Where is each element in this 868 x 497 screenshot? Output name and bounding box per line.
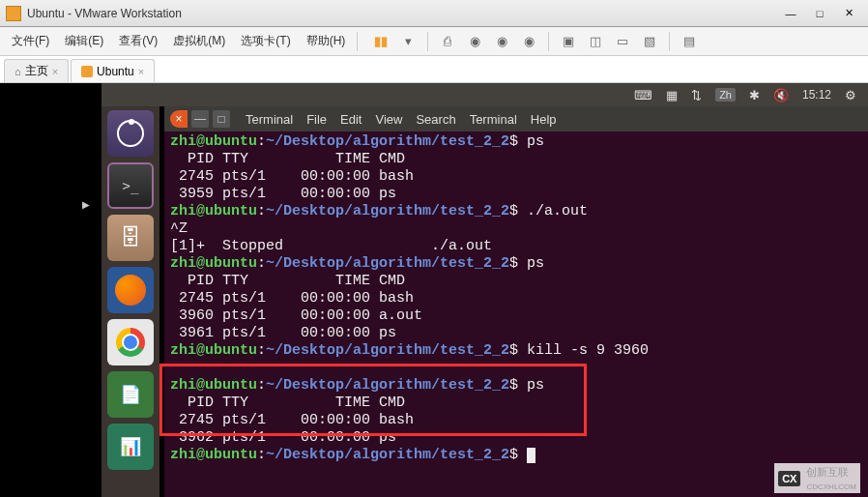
- library-button[interactable]: ▤: [678, 30, 701, 53]
- tab-home[interactable]: ⌂ 主页 ×: [4, 59, 69, 82]
- terminal-titlebar: × — □ Terminal File Edit View Search Ter…: [164, 106, 868, 132]
- term-menu-help[interactable]: Help: [531, 112, 557, 127]
- ubuntu-top-panel: ⌨ ▦ ⇅ Zh ✱ 🔇 15:12 ⚙: [101, 83, 868, 106]
- menu-vm[interactable]: 虚拟机(M): [165, 29, 233, 53]
- menu-edit[interactable]: 编辑(E): [57, 29, 111, 53]
- vmware-icon: [6, 6, 21, 21]
- fullscreen-button[interactable]: ▣: [557, 30, 580, 53]
- send-ctrl-alt-del-button[interactable]: ⎙: [436, 30, 459, 53]
- menu-help[interactable]: 帮助(H): [299, 29, 354, 53]
- launcher-calc[interactable]: 📊: [107, 424, 154, 470]
- tab-ubuntu[interactable]: Ubuntu ×: [71, 59, 155, 82]
- fit-guest-button[interactable]: ▭: [611, 30, 634, 53]
- window-controls: — □ ✕: [777, 5, 862, 22]
- maximize-button[interactable]: □: [806, 5, 833, 22]
- term-menu-edit[interactable]: Edit: [340, 112, 362, 127]
- launcher-terminal[interactable]: >_: [107, 162, 154, 209]
- launcher-files[interactable]: 🗄: [107, 215, 154, 261]
- watermark-sub: CDCXHLCOM: [806, 482, 856, 491]
- term-menu-terminal[interactable]: Terminal: [246, 112, 293, 127]
- watermark: CX 创新互联 CDCXHLCOM: [774, 463, 860, 493]
- power-icon[interactable]: ⚙: [845, 88, 856, 102]
- terminal-close-button[interactable]: ×: [170, 110, 188, 128]
- term-menu-search[interactable]: Search: [416, 112, 455, 127]
- term-menu-terminal2[interactable]: Terminal: [470, 112, 517, 127]
- watermark-icon: CX: [778, 471, 800, 486]
- term-menu-view[interactable]: View: [375, 112, 402, 127]
- close-button[interactable]: ✕: [835, 5, 862, 22]
- window-title: Ubuntu - VMware Workstation: [27, 7, 777, 20]
- black-border-left: ▶: [0, 83, 101, 497]
- dropdown-button[interactable]: ▾: [396, 30, 420, 53]
- terminal-body[interactable]: zhi@ubuntu:~/Desktop/algorithm/test_2_2$…: [164, 132, 868, 497]
- snapshot-button[interactable]: ◉: [463, 30, 486, 53]
- tab-close-icon[interactable]: ×: [138, 66, 144, 77]
- pause-button[interactable]: ▮▮: [369, 30, 392, 53]
- home-icon: ⌂: [14, 66, 21, 77]
- volume-icon[interactable]: 🔇: [773, 88, 789, 102]
- tab-close-icon[interactable]: ×: [52, 66, 58, 77]
- terminal-maximize-button[interactable]: □: [213, 110, 230, 128]
- vmware-menubar: 文件(F) 编辑(E) 查看(V) 虚拟机(M) 选项卡(T) 帮助(H) ▮▮…: [0, 27, 868, 56]
- menu-file[interactable]: 文件(F): [4, 29, 57, 53]
- watermark-brand: 创新互联: [806, 466, 849, 478]
- tab-ubuntu-label: Ubuntu: [97, 65, 134, 78]
- menu-tabs[interactable]: 选项卡(T): [233, 29, 298, 53]
- terminal-menu: Terminal File Edit View Search Terminal …: [246, 112, 557, 127]
- ubuntu-tab-icon: [81, 66, 93, 77]
- language-indicator[interactable]: Zh: [715, 88, 736, 102]
- term-menu-file[interactable]: File: [306, 112, 327, 127]
- unity-launcher: >_ 🗄 📄 📊: [101, 106, 159, 497]
- tab-home-label: 主页: [25, 63, 48, 79]
- minimize-button[interactable]: —: [777, 5, 804, 22]
- menu-view[interactable]: 查看(V): [111, 29, 165, 53]
- scroll-indicator-icon: ▶: [82, 199, 90, 210]
- keyboard-icon[interactable]: ⌨: [634, 88, 652, 102]
- unity-button[interactable]: ◫: [584, 30, 607, 53]
- launcher-chrome[interactable]: [107, 319, 154, 365]
- free-stretch-button[interactable]: ▧: [638, 30, 661, 53]
- ubuntu-desktop: ⌨ ▦ ⇅ Zh ✱ 🔇 15:12 ⚙ >_ 🗄 📄 📊 × —: [101, 83, 868, 497]
- dash-button[interactable]: [107, 110, 154, 157]
- launcher-firefox[interactable]: [107, 267, 154, 313]
- calendar-icon[interactable]: ▦: [666, 88, 678, 102]
- revert-snapshot-button[interactable]: ◉: [490, 30, 513, 53]
- clock[interactable]: 15:12: [802, 88, 831, 102]
- vm-guest-display[interactable]: ▶ ⌨ ▦ ⇅ Zh ✱ 🔇 15:12 ⚙ >_ 🗄 📄 📊: [0, 83, 868, 497]
- manage-snapshot-button[interactable]: ◉: [517, 30, 540, 53]
- terminal-minimize-button[interactable]: —: [191, 110, 209, 128]
- bluetooth-icon[interactable]: ✱: [749, 88, 760, 102]
- windows-titlebar: Ubuntu - VMware Workstation — □ ✕: [0, 0, 868, 27]
- vmware-tabs: ⌂ 主页 × Ubuntu ×: [0, 56, 868, 83]
- launcher-writer[interactable]: 📄: [107, 371, 154, 418]
- network-icon[interactable]: ⇅: [691, 88, 702, 102]
- vmware-toolbar: ▮▮ ▾ ⎙ ◉ ◉ ◉ ▣ ◫ ▭ ▧ ▤: [369, 30, 701, 53]
- terminal-window: × — □ Terminal File Edit View Search Ter…: [164, 106, 868, 497]
